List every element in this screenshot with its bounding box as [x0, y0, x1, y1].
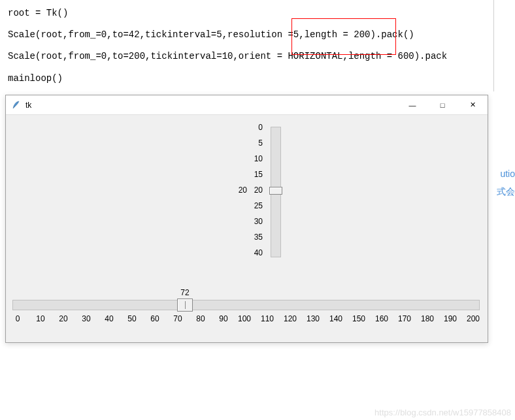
hscale-tick: 70 — [168, 314, 188, 323]
hscale-tick: 90 — [214, 314, 233, 323]
vertical-scale[interactable]: 20 0 5 10 15 20 25 30 35 40 — [238, 121, 284, 265]
hscale-tick: 140 — [326, 314, 346, 323]
hscale-tick: 0 — [8, 314, 27, 323]
vscale-tick: 35 — [250, 233, 263, 242]
hscale-tick: 150 — [349, 314, 369, 323]
hscale-tick: 20 — [54, 314, 73, 323]
hscale-track[interactable] — [12, 300, 480, 310]
hscale-tick: 50 — [122, 314, 142, 323]
divider — [493, 0, 494, 91]
vscale-tick: 0 — [250, 123, 263, 132]
window-title: tk — [25, 101, 397, 110]
code-line-2: Scale(root,from_=0,to=42,tickinterval=5,… — [8, 27, 507, 43]
vscale-tick: 15 — [250, 170, 263, 179]
hscale-thumb[interactable] — [177, 299, 193, 312]
hscale-tick: 40 — [99, 314, 119, 323]
hscale-tick: 130 — [303, 314, 323, 323]
horizontal-scale[interactable]: 72 0 10 20 30 40 50 60 70 80 90 100 110 … — [12, 288, 480, 334]
vscale-tick: 10 — [250, 154, 263, 163]
titlebar[interactable]: tk — □ ✕ — [6, 95, 488, 115]
hscale-tick: 200 — [463, 314, 483, 323]
vscale-thumb[interactable] — [269, 187, 282, 195]
hscale-value: 72 — [175, 288, 195, 297]
hscale-tick: 60 — [145, 314, 165, 323]
vscale-tick: 40 — [250, 248, 263, 257]
side-text-2: 式会 — [497, 186, 515, 198]
side-text-1: utio — [500, 169, 515, 179]
tk-feather-icon — [11, 100, 22, 110]
code-line-4: mainloop() — [8, 71, 507, 87]
tk-content: 20 0 5 10 15 20 25 30 35 40 72 0 10 20 3… — [6, 115, 488, 342]
hscale-tick: 30 — [76, 314, 96, 323]
hscale-tick: 170 — [395, 314, 414, 323]
vscale-tick: 20 — [250, 186, 263, 195]
window-controls: — □ ✕ — [397, 95, 488, 114]
hscale-tick: 120 — [280, 314, 300, 323]
code-area: root = Tk() Scale(root,from_=0,to=42,tic… — [0, 0, 515, 92]
maximize-button[interactable]: □ — [427, 95, 457, 114]
code-line-3: Scale(root,from_=0,to=200,tickinterval=1… — [8, 48, 507, 65]
vscale-tick: 30 — [250, 217, 263, 226]
hscale-tick: 190 — [440, 314, 460, 323]
hscale-tick: 160 — [372, 314, 391, 323]
hscale-tick: 80 — [191, 314, 210, 323]
code-line-1: root = Tk() — [8, 5, 507, 22]
hscale-tick: 180 — [418, 314, 437, 323]
hscale-tick: 100 — [235, 314, 254, 323]
vscale-value: 20 — [233, 186, 247, 195]
close-button[interactable]: ✕ — [457, 95, 488, 114]
hscale-tick: 10 — [31, 314, 50, 323]
minimize-button[interactable]: — — [397, 95, 427, 114]
vscale-tick: 25 — [250, 201, 263, 210]
watermark: https://blog.csdn.net/w15977858408 — [374, 408, 511, 417]
vscale-tick: 5 — [250, 138, 263, 148]
tk-window: tk — □ ✕ 20 0 5 10 15 20 25 30 35 40 72 … — [5, 95, 488, 343]
hscale-tick: 110 — [258, 314, 277, 323]
